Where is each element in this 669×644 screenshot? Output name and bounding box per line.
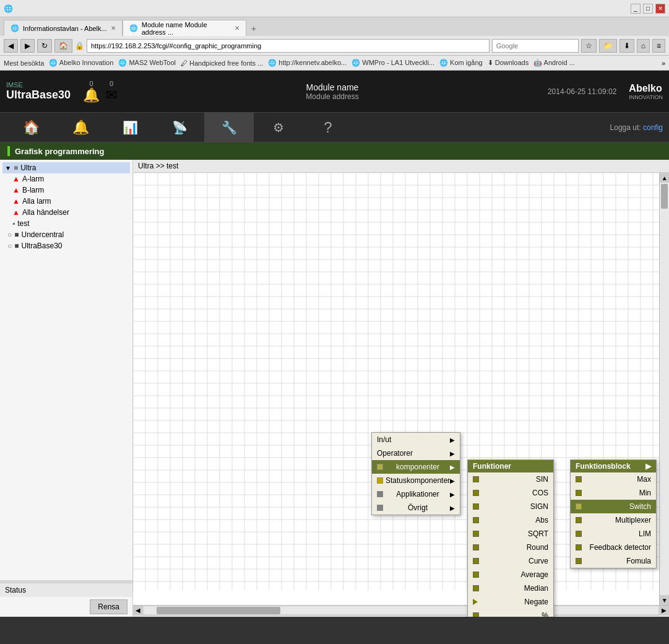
- menu-item-switch[interactable]: Switch: [571, 500, 656, 513]
- bookmark-fonts[interactable]: 🖊 Handpicked free fonts ...: [181, 59, 263, 67]
- sidebar-tree: ▼ ■ Ultra ▲ A-larm ▲ B-larm ▲ Alla larm …: [0, 160, 132, 580]
- bookmark-kennetv[interactable]: 🌐 http://kennetv.abelko...: [268, 59, 347, 67]
- maximize-button[interactable]: □: [643, 4, 653, 14]
- menu-item-sqrt[interactable]: SQRT: [468, 527, 553, 541]
- scroll-up-button[interactable]: ▲: [660, 173, 669, 183]
- scroll-down-button[interactable]: ▼: [660, 595, 669, 605]
- menu-item-komponenter[interactable]: komponenter ▶: [372, 460, 460, 474]
- window-controls[interactable]: _ □ ✕: [631, 4, 665, 14]
- mail-icon[interactable]: ✉: [106, 87, 117, 103]
- tab-2-label: Module name Module address ...: [142, 21, 231, 36]
- tree-item-blarm[interactable]: ▲ B-larm: [2, 185, 130, 196]
- nav-gear[interactable]: ⚙: [254, 113, 303, 142]
- menu-button[interactable]: ≡: [652, 39, 665, 53]
- menu-item-lim[interactable]: LIM: [571, 527, 656, 541]
- menu-item-feedback-detector[interactable]: Feedback detector: [571, 541, 656, 554]
- grid-canvas[interactable]: In/ut ▶ Operatorer ▶ komponenter ▶ S: [133, 173, 659, 590]
- refresh-button[interactable]: ↻: [37, 39, 52, 53]
- scroll-left-button[interactable]: ◀: [133, 606, 143, 616]
- menu-item-inut[interactable]: In/ut ▶: [372, 433, 460, 446]
- scroll-thumb-h[interactable]: [157, 607, 280, 614]
- menu-item-median[interactable]: Median: [468, 581, 553, 595]
- menu-label-statuskomponenter: Statuskomponenter: [386, 476, 450, 485]
- bookmark-button[interactable]: 📁: [599, 39, 617, 53]
- bookmark-kom-igang[interactable]: 🌐 Kom igång: [439, 59, 483, 67]
- tree-item-test[interactable]: ▪ test: [2, 218, 130, 229]
- menu-item-negate[interactable]: Negate: [468, 595, 553, 609]
- menu-label-abs: Abs: [535, 516, 548, 524]
- close-button[interactable]: ✕: [655, 4, 665, 14]
- bell-icon[interactable]: 🔔: [83, 87, 100, 103]
- menu-item-multiplexer[interactable]: Multiplexer: [571, 513, 656, 527]
- menu-level3-title: Funktionsblock: [576, 462, 631, 471]
- nav-home[interactable]: 🏠: [6, 113, 56, 142]
- section-header: Grafisk programmering: [0, 142, 669, 160]
- bookmark-mas2[interactable]: 🌐 MAS2 WebTool: [118, 59, 176, 67]
- nav-chart[interactable]: 📊: [105, 113, 155, 142]
- bookmarks-more[interactable]: »: [662, 59, 665, 67]
- minimize-button[interactable]: _: [631, 4, 641, 14]
- tree-item-alarm[interactable]: ▲ A-larm: [2, 173, 130, 185]
- circle-icon-u: ○: [7, 230, 12, 239]
- menu-item-cos[interactable]: COS: [468, 486, 553, 500]
- logout-link[interactable]: config: [643, 123, 663, 132]
- home-nav-button[interactable]: ⌂: [637, 39, 650, 53]
- menu-item-average[interactable]: Average: [468, 568, 553, 581]
- back-button[interactable]: ◀: [4, 39, 18, 53]
- rensa-button[interactable]: Rensa: [90, 599, 127, 614]
- menu-label-sqrt: SQRT: [528, 529, 548, 538]
- menu-item-ovrigt[interactable]: Övrigt ▶: [372, 501, 460, 515]
- tab-2-close[interactable]: ✕: [235, 25, 240, 32]
- tab-2[interactable]: 🌐 Module name Module address ... ✕: [123, 20, 246, 36]
- bookmark-wmpro[interactable]: 🌐 WMPro - LA1 Utveckli...: [352, 59, 434, 67]
- scroll-right-button[interactable]: ▶: [659, 606, 669, 616]
- menu-item-applikationer[interactable]: Applikationer ▶: [372, 487, 460, 501]
- menu-item-curve[interactable]: Curve: [468, 554, 553, 568]
- tree-item-ultrabase30[interactable]: ○ ■ UltraBase30: [2, 240, 130, 251]
- tab-1-close[interactable]: ✕: [111, 25, 116, 32]
- menu-icon-komponenter: [377, 464, 383, 470]
- app-header: IMSE UltraBase30 0 🔔 0 ✉ Module name Mod…: [0, 71, 669, 113]
- context-menu-level3: Funktionsblock ▶ Max Min Switch: [570, 459, 657, 568]
- menu-icon-applikationer: [377, 491, 383, 497]
- menu-item-max[interactable]: Max: [571, 472, 656, 486]
- bookmarks-bar: Mest besökta 🌐 Abelko Innovation 🌐 MAS2 …: [0, 56, 669, 71]
- menu-item-statuskomponenter[interactable]: Statuskomponenter ▶: [372, 474, 460, 487]
- menu-item-fomula[interactable]: Fomula: [571, 554, 656, 568]
- star-button[interactable]: ☆: [581, 39, 597, 53]
- nav-antenna[interactable]: 📡: [155, 113, 204, 142]
- scrollbar-horizontal[interactable]: ◀ ▶: [133, 605, 669, 615]
- tree-item-alla-larm[interactable]: ▲ Alla larm: [2, 196, 130, 207]
- bookmark-abelko[interactable]: 🌐 Abelko Innovation: [49, 59, 113, 67]
- menu-label-sin: SIN: [536, 475, 548, 484]
- tab-1[interactable]: 🌐 Informationstavlan - Abelk... ✕: [4, 20, 123, 36]
- address-input[interactable]: [87, 39, 490, 53]
- menu-item-percent[interactable]: %: [468, 609, 553, 617]
- nav-help[interactable]: ?: [303, 113, 353, 142]
- home-button[interactable]: 🏠: [54, 39, 72, 53]
- nav-alarm[interactable]: 🔔: [56, 113, 105, 142]
- scroll-thumb-v[interactable]: [661, 184, 668, 209]
- notification-count-2: 0: [110, 80, 113, 87]
- tree-item-ultra[interactable]: ▼ ■ Ultra: [2, 162, 130, 173]
- menu-item-abs[interactable]: Abs: [468, 513, 553, 527]
- menu-item-sign[interactable]: SIGN: [468, 500, 553, 513]
- tree-label-alarm: A-larm: [22, 175, 44, 183]
- nav-settings[interactable]: 🔧: [204, 113, 254, 142]
- bookmark-most-visited[interactable]: Mest besökta: [4, 59, 44, 67]
- download-button[interactable]: ⬇: [619, 39, 634, 53]
- tree-item-undercentral[interactable]: ○ ■ Undercentral: [2, 229, 130, 240]
- bookmark-downloads[interactable]: ⬇ Downloads: [488, 59, 529, 67]
- search-input[interactable]: [492, 39, 579, 53]
- menu-item-operatorer[interactable]: Operatorer ▶: [372, 446, 460, 460]
- scrollbar-vertical[interactable]: ▲ ▼: [659, 173, 669, 605]
- rensa-area: Rensa: [0, 597, 132, 617]
- menu-item-round[interactable]: Round: [468, 541, 553, 554]
- tree-item-alla-handelser[interactable]: ▲ Alla händelser: [2, 207, 130, 218]
- menu-item-sin[interactable]: SIN: [468, 472, 553, 486]
- new-tab-button[interactable]: +: [246, 21, 261, 36]
- bookmark-android[interactable]: 🤖 Android ...: [533, 59, 575, 67]
- alarm-icon-alla: ▲: [12, 197, 20, 206]
- menu-item-min[interactable]: Min: [571, 486, 656, 500]
- forward-button[interactable]: ▶: [20, 39, 35, 53]
